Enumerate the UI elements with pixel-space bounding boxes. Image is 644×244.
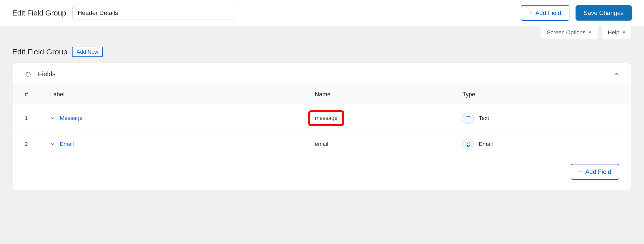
field-type: Email <box>479 141 493 147</box>
type-icon-email: @ <box>463 139 474 150</box>
puzzle-icon <box>25 70 33 78</box>
field-label-link[interactable]: Email <box>60 141 74 147</box>
top-bar: Edit Field Group + Add Field Save Change… <box>0 0 644 26</box>
plus-icon: + <box>529 9 533 16</box>
chevron-down-icon[interactable] <box>50 142 55 147</box>
utility-tabs: Screen Options ▼ Help ▼ <box>0 26 644 39</box>
col-name-header: Name <box>315 91 463 98</box>
screen-options-label: Screen Options <box>547 29 585 36</box>
fields-panel: Fields # Label Name Type 1 Mes <box>12 63 632 190</box>
field-name: email <box>315 141 328 147</box>
panel-header: Fields <box>12 63 632 85</box>
type-icon-text: T <box>463 113 474 124</box>
page-heading-row: Edit Field Group Add New <box>12 47 632 57</box>
add-new-label: Add New <box>77 49 98 55</box>
col-type-header: Type <box>463 91 619 98</box>
help-tab[interactable]: Help ▼ <box>602 26 632 39</box>
panel-footer: + Add Field <box>12 156 632 190</box>
plus-icon: + <box>579 168 583 175</box>
row-number: 1 <box>25 115 50 121</box>
add-field-button-top-label: Add Field <box>535 10 561 16</box>
caret-down-icon: ▼ <box>588 30 592 35</box>
panel-title: Fields <box>38 70 55 78</box>
top-bar-title: Edit Field Group <box>12 9 66 17</box>
add-field-button-top[interactable]: + Add Field <box>521 5 569 21</box>
caret-down-icon: ▼ <box>622 30 626 35</box>
field-name: message <box>315 115 338 121</box>
help-label: Help <box>608 29 619 36</box>
add-new-button[interactable]: Add New <box>72 47 103 57</box>
highlight-annotation: message <box>308 110 344 126</box>
screen-options-tab[interactable]: Screen Options ▼ <box>541 26 598 39</box>
save-changes-label: Save Changes <box>584 10 624 16</box>
table-row[interactable]: 2 Email email @ Email <box>12 132 632 156</box>
field-label-link[interactable]: Message <box>60 115 82 121</box>
save-changes-button[interactable]: Save Changes <box>576 5 632 21</box>
field-group-title-input[interactable] <box>72 6 235 20</box>
add-field-button-bottom-label: Add Field <box>585 169 611 175</box>
table-row[interactable]: 1 Message message T Text <box>12 104 632 132</box>
row-number: 2 <box>25 141 50 147</box>
collapse-panel-icon[interactable] <box>613 71 619 77</box>
col-label-header: Label <box>50 91 315 98</box>
add-field-button-bottom[interactable]: + Add Field <box>571 164 619 180</box>
chevron-down-icon[interactable] <box>50 116 55 121</box>
field-type: Text <box>479 115 489 121</box>
table-header: # Label Name Type <box>12 85 632 104</box>
col-num-header: # <box>25 91 50 98</box>
page-heading: Edit Field Group <box>12 48 67 56</box>
